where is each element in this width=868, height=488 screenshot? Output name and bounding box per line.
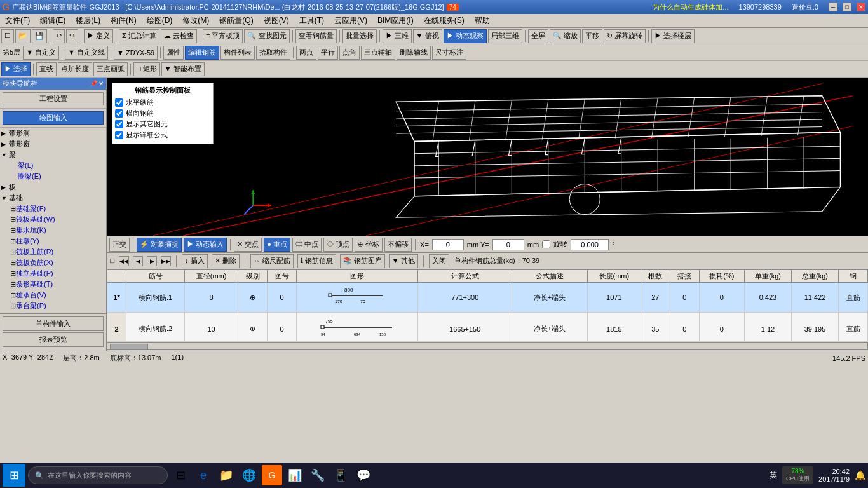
y-input[interactable] — [492, 239, 524, 250]
tree-item-faban[interactable]: ⊞ 筏板基础(W) — [0, 214, 106, 225]
edit-rebar-btn[interactable]: 编辑钢筋 — [185, 46, 219, 60]
scale-rebar-btn[interactable]: ↔ 缩尺配筋 — [250, 254, 294, 268]
scrollbar-track[interactable] — [107, 342, 868, 350]
dimension-btn[interactable]: 尺寸标注 — [432, 46, 466, 60]
three-arc-btn[interactable]: 三点画弧 — [93, 62, 128, 76]
menu-rebar-qty[interactable]: 钢筋量(Q) — [214, 14, 258, 27]
angle-point-btn[interactable]: 点角 — [339, 46, 360, 60]
tree-item-daixingchuang[interactable]: ▶ 带形窗 — [0, 139, 106, 149]
check-detail-formula[interactable]: 显示详细公式 — [115, 130, 210, 140]
rebar-lib-btn[interactable]: 📚 钢筋图库 — [340, 254, 385, 268]
dynamic-view-btn[interactable]: ▶ 动态观察 — [444, 29, 487, 43]
screen-rotate-btn[interactable]: ↻ 屏幕旋转 — [604, 29, 646, 43]
horizontal-scrollbar[interactable] — [107, 341, 868, 351]
rotate-input[interactable] — [571, 239, 609, 250]
open-btn[interactable]: 📂 — [15, 29, 31, 43]
tree-item-jishuikeng[interactable]: ⊞ 集水坑(K) — [0, 225, 106, 236]
menu-floor[interactable]: 楼层(L) — [71, 14, 105, 27]
table-row[interactable]: 1* 横向钢筋.1 8 ⊕ 0 800 170 70 — [107, 283, 868, 313]
three-point-aux-btn[interactable]: 三点辅轴 — [361, 46, 395, 60]
tree-item-liang[interactable]: ▼ 梁 — [0, 149, 106, 160]
properties-btn[interactable]: 属性 — [163, 46, 184, 60]
top-view-btn[interactable]: ▼ 俯视 — [413, 29, 442, 43]
tree-item-quanliang[interactable]: 圈梁(E) — [0, 171, 106, 182]
point-extend-btn[interactable]: 点加长度 — [58, 62, 92, 76]
menu-component[interactable]: 构件(N) — [105, 14, 142, 27]
single-component-btn[interactable]: 单构件输入 — [3, 316, 104, 331]
redo-btn[interactable]: ↪ — [66, 29, 78, 43]
tree-item-faban-fujin[interactable]: ⊞ 筏板负筋(X) — [0, 257, 106, 268]
3d-btn[interactable]: ▶ 三维 — [383, 29, 412, 43]
check-horizontal-main[interactable]: 水平纵筋 — [115, 98, 210, 107]
taskbar-icon-task-view[interactable]: ⊟ — [170, 465, 191, 485]
vertex-btn[interactable]: ◇ 顶点 — [323, 238, 353, 252]
tree-item-ban[interactable]: ▶ 板 — [0, 182, 106, 193]
insert-btn[interactable]: ↓ 插入 — [182, 254, 208, 268]
nav-last-btn[interactable]: ▶▶ — [161, 256, 171, 266]
define-btn[interactable]: ▶ 定义 — [84, 29, 113, 43]
dynamic-input-btn[interactable]: ▶ 动态输入 — [184, 238, 227, 252]
draw-btn[interactable]: 绘图输入 — [3, 111, 104, 125]
canvas-area[interactable]: 钢筋显示控制面板 水平纵筋 横向钢筋 显示其它图元 显示详细公式 — [107, 78, 868, 236]
nav-next-btn[interactable]: ▶ — [147, 256, 157, 266]
minimize-button[interactable]: ─ — [829, 3, 837, 11]
menu-online[interactable]: 在线服务(S) — [419, 14, 470, 27]
two-point-btn[interactable]: 两点 — [296, 46, 316, 60]
taskbar-icon-folder[interactable]: 📁 — [216, 465, 236, 485]
pick-component-btn[interactable]: 拾取构件 — [256, 46, 290, 60]
taskbar-icon-app2[interactable]: 📊 — [285, 465, 305, 485]
scrollbar-thumb[interactable] — [110, 344, 148, 350]
tree-item-tiaoxing-jichu[interactable]: ⊞ 条形基础(T) — [0, 279, 106, 290]
nav-first-btn[interactable]: ◀◀ — [119, 256, 129, 266]
delete-aux-btn[interactable]: 删除辅线 — [397, 46, 431, 60]
menu-help[interactable]: 帮助 — [470, 14, 495, 27]
orthogonal-btn[interactable]: 正交 — [109, 238, 130, 252]
taskbar-icon-app1[interactable]: G — [262, 465, 282, 485]
start-button[interactable]: ⊞ — [3, 464, 25, 487]
delete-row-btn[interactable]: ✕ 删除 — [212, 254, 240, 268]
menu-view[interactable]: 视图(V) — [259, 14, 294, 27]
tree-item-duli-jichu[interactable]: ⊞ 独立基础(P) — [0, 268, 106, 279]
tree-item-zhudun[interactable]: ⊞ 柱墩(Y) — [0, 236, 106, 247]
taskbar-icon-app5[interactable]: 💬 — [353, 465, 374, 485]
window-controls[interactable]: ─ □ ✕ — [829, 3, 865, 11]
select-btn[interactable]: ▶ 选择 — [1, 62, 31, 76]
undo-btn[interactable]: ↩ — [53, 29, 65, 43]
tree-item-faban-zhujin[interactable]: ⊞ 筏板主筋(R) — [0, 247, 106, 257]
cloud-check-btn[interactable]: ☁ 云检查 — [161, 29, 197, 43]
report-preview-btn[interactable]: 报表预览 — [3, 332, 104, 347]
new-btn[interactable]: ☐ — [1, 29, 14, 43]
taskbar-icon-app3[interactable]: 🔧 — [308, 465, 328, 485]
taskbar-search[interactable]: 🔍 在这里输入你要搜索的内容 — [28, 466, 168, 484]
taskbar-icon-app4[interactable]: 📱 — [330, 465, 351, 485]
menu-bim[interactable]: BIM应用(I) — [372, 14, 419, 27]
other-btn[interactable]: ▼ 其他 — [389, 254, 418, 268]
line-btn[interactable]: 直线 — [36, 62, 57, 76]
rebar-info-btn[interactable]: ℹ 钢筋信息 — [297, 254, 336, 268]
check-lateral-input[interactable] — [115, 109, 123, 118]
notification-icon[interactable]: 🔔 — [855, 470, 865, 480]
tree-item-chengtailiang[interactable]: ⊞ 承台梁(P) — [0, 301, 106, 311]
save-btn[interactable]: 💾 — [32, 29, 47, 43]
align-top-btn[interactable]: ≡ 平齐板顶 — [203, 29, 243, 43]
parallel-btn[interactable]: 平行 — [318, 46, 338, 60]
fullscreen-btn[interactable]: 全屏 — [528, 29, 548, 43]
zoom-btn[interactable]: 🔍 缩放 — [550, 29, 581, 43]
rotate-checkbox[interactable] — [542, 240, 550, 248]
intersection-btn[interactable]: ✕ 交点 — [234, 238, 262, 252]
smart-place-btn[interactable]: ▼ 智能布置 — [161, 62, 205, 76]
center-pt-btn[interactable]: ◎ 中点 — [292, 238, 322, 252]
batch-select-btn[interactable]: 批量选择 — [342, 29, 377, 43]
no-offset-btn[interactable]: 不偏移 — [384, 238, 412, 252]
component-list-btn[interactable]: 构件列表 — [220, 46, 255, 60]
tree-item-zhuichengtai[interactable]: ⊞ 桩承台(V) — [0, 290, 106, 301]
menu-edit[interactable]: 编辑(E) — [35, 14, 71, 27]
view-rebar-btn[interactable]: 查看钢筋量 — [295, 29, 337, 43]
check-horizontal-main-input[interactable] — [115, 98, 123, 107]
tree-item-jichuliang[interactable]: ⊞ 基础梁(F) — [0, 203, 106, 214]
select-floor-btn[interactable]: ▶ 选择楼层 — [651, 29, 695, 43]
line-type-dropdown[interactable]: ▼ 自定义线 — [65, 46, 108, 60]
rect-btn[interactable]: □ 矩形 — [133, 62, 160, 76]
menu-cloud[interactable]: 云应用(V) — [329, 14, 372, 27]
taskbar-icon-ie[interactable]: e — [193, 465, 214, 485]
